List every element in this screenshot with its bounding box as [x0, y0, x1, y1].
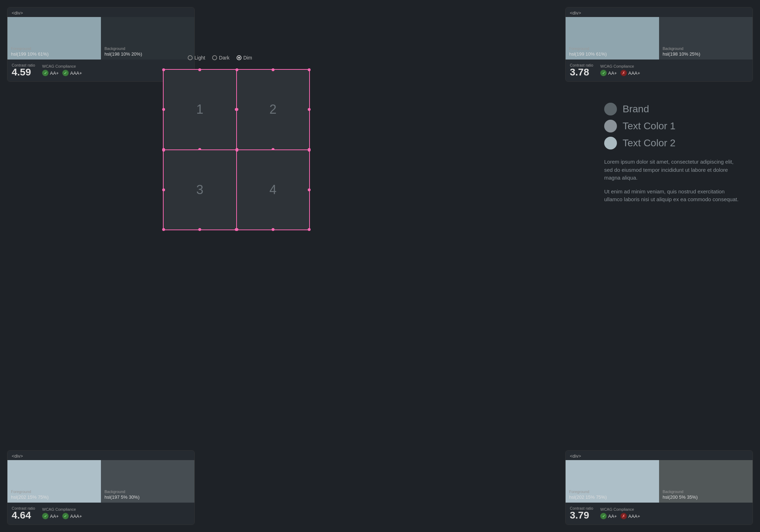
handle-tr-2[interactable] — [308, 68, 311, 71]
color-swatches-bl: Foreground hsl(202 15% 75%) Background h… — [7, 460, 194, 503]
aa-badge-tl: ✓ AA+ — [42, 70, 59, 76]
wcag-badges-tr: ✓ AA+ ✗ AAA+ — [600, 70, 640, 76]
background-swatch-tl: Background hsl(198 10% 20%) — [101, 17, 194, 60]
aaa-pass-icon-tl: ✓ — [62, 70, 69, 76]
handle-bl-3[interactable] — [162, 228, 165, 231]
panel-bottom-left: <div> Foreground hsl(202 15% 75%) Backgr… — [7, 450, 195, 525]
contrast-ratio-tl: Contrast ratio 4.59 — [12, 63, 35, 77]
handle-mr-2[interactable] — [308, 108, 311, 111]
foreground-swatch-tl: Foreground hsl(199 10% 61%) — [7, 17, 101, 60]
aaa-badge-tl: ✓ AAA+ — [62, 70, 82, 76]
panel-bottom-right-tag: <div> — [566, 451, 753, 460]
radio-label-dark: Dark — [219, 55, 229, 61]
wcag-br: WCAG Compliance ✓ AA+ ✗ AAA+ — [600, 507, 640, 519]
handle-tr-4[interactable] — [308, 149, 311, 152]
aa-pass-icon-tl: ✓ — [42, 70, 49, 76]
right-info-panel: Brand Text Color 1 Text Color 2 Lorem ip… — [604, 103, 739, 209]
handle-bc-3[interactable] — [198, 228, 201, 231]
radio-circle-light — [188, 55, 193, 60]
wcag-tl: WCAG Compliance ✓ AA+ ✓ AAA+ — [42, 64, 82, 76]
radio-dark[interactable]: Dark — [212, 55, 229, 61]
contrast-ratio-bl: Contrast ratio 4.64 — [12, 506, 35, 520]
handle-tl-1[interactable] — [162, 68, 165, 71]
handle-bl-4[interactable] — [236, 228, 238, 231]
panel-top-right: <div> Foreground hsl(199 10% 61%) Backgr… — [565, 7, 753, 82]
aa-badge-bl: ✓ AA+ — [42, 513, 59, 519]
handle-tc-1[interactable] — [198, 68, 201, 71]
legend-item-text2: Text Color 2 — [604, 137, 739, 149]
grid-cell-1: 1 — [163, 69, 237, 150]
wcag-badges-bl: ✓ AA+ ✓ AAA+ — [42, 513, 82, 519]
radio-dim[interactable]: Dim — [237, 55, 252, 61]
background-swatch-bl: Background hsl(197 5% 30%) — [101, 460, 194, 503]
legend-item-text1: Text Color 1 — [604, 120, 739, 132]
brand-label: Brand — [623, 103, 649, 115]
grid-cell-3: 3 — [163, 150, 237, 230]
layout-grid: 1 2 3 4 — [163, 69, 310, 230]
color-legend: Brand Text Color 1 Text Color 2 — [604, 103, 739, 149]
cell-label-4: 4 — [270, 182, 277, 197]
foreground-swatch-tr: Foreground hsl(199 10% 61%) — [566, 17, 659, 60]
lorem-paragraph-1: Lorem ipsum dolor sit amet, consectetur … — [604, 158, 739, 182]
aaa-badge-tr: ✗ AAA+ — [620, 70, 640, 76]
color-swatches-top-left: Foreground hsl(199 10% 61%) Background h… — [7, 17, 194, 60]
handle-ml-3[interactable] — [162, 188, 165, 191]
wcag-bl: WCAG Compliance ✓ AA+ ✓ AAA+ — [42, 507, 82, 519]
aa-pass-icon-br: ✓ — [600, 513, 607, 519]
handle-bc-4[interactable] — [272, 228, 274, 231]
handle-ml-2[interactable] — [236, 108, 238, 111]
background-swatch-br: Background hsl(200 5% 35%) — [659, 460, 753, 503]
wcag-badges-tl: ✓ AA+ ✓ AAA+ — [42, 70, 82, 76]
legend-item-brand: Brand — [604, 103, 739, 115]
aa-badge-br: ✓ AA+ — [600, 513, 617, 519]
aaa-badge-bl: ✓ AAA+ — [62, 513, 82, 519]
handle-ml-1[interactable] — [162, 108, 165, 111]
cell-label-2: 2 — [270, 102, 277, 117]
panel-top-right-tag: <div> — [566, 7, 753, 17]
panel-bottom-right: <div> Foreground hsl(202 15% 75%) Backgr… — [565, 450, 753, 525]
handle-mr-4[interactable] — [308, 188, 311, 191]
aa-pass-icon-tr: ✓ — [600, 70, 607, 76]
radio-label-dim: Dim — [243, 55, 252, 61]
handle-tl-2[interactable] — [236, 68, 238, 71]
contrast-ratio-tr: Contrast ratio 3.78 — [570, 63, 593, 77]
radio-circle-dark — [212, 55, 217, 60]
aaa-pass-icon-bl: ✓ — [62, 513, 69, 519]
grid-cell-4: 4 — [237, 150, 310, 230]
theme-radio-group: Light Dark Dim — [188, 55, 252, 61]
wcag-tr: WCAG Compliance ✓ AA+ ✗ AAA+ — [600, 64, 640, 76]
lorem-paragraph-2: Ut enim ad minim veniam, quis nostrud ex… — [604, 188, 739, 204]
radio-circle-dim — [237, 55, 242, 60]
brand-dot — [604, 103, 617, 115]
foreground-swatch-bl: Foreground hsl(202 15% 75%) — [7, 460, 101, 503]
foreground-swatch-br: Foreground hsl(202 15% 75%) — [566, 460, 659, 503]
color-swatches-br: Foreground hsl(202 15% 75%) Background h… — [566, 460, 753, 503]
handle-br-4[interactable] — [308, 228, 311, 231]
text-color-1-dot — [604, 120, 617, 132]
handle-tl-3[interactable] — [162, 149, 165, 152]
wcag-badges-br: ✓ AA+ ✗ AAA+ — [600, 513, 640, 519]
text-color-1-label: Text Color 1 — [623, 120, 675, 132]
panel-bottom-left-tag: <div> — [7, 451, 194, 460]
handle-tl-4[interactable] — [236, 149, 238, 152]
aa-pass-icon-bl: ✓ — [42, 513, 49, 519]
panel-stats-tr: Contrast ratio 3.78 WCAG Compliance ✓ AA… — [566, 60, 753, 81]
radio-light[interactable]: Light — [188, 55, 205, 61]
cell-label-3: 3 — [196, 182, 203, 197]
text-color-2-label: Text Color 2 — [623, 137, 675, 149]
handle-tc-2[interactable] — [272, 68, 274, 71]
background-swatch-tr: Background hsl(198 10% 25%) — [659, 17, 753, 60]
radio-label-light: Light — [194, 55, 205, 61]
aaa-fail-icon-br: ✗ — [620, 513, 627, 519]
aaa-fail-icon-tr: ✗ — [620, 70, 627, 76]
panel-stats-bl: Contrast ratio 4.64 WCAG Compliance ✓ AA… — [7, 503, 194, 525]
cell-label-1: 1 — [196, 102, 203, 117]
aaa-badge-br: ✗ AAA+ — [620, 513, 640, 519]
aa-badge-tr: ✓ AA+ — [600, 70, 617, 76]
contrast-ratio-br: Contrast ratio 3.79 — [570, 506, 593, 520]
grid-cell-2: 2 — [237, 69, 310, 150]
text-color-2-dot — [604, 137, 617, 149]
panel-stats-br: Contrast ratio 3.79 WCAG Compliance ✓ AA… — [566, 503, 753, 525]
color-swatches-tr: Foreground hsl(199 10% 61%) Background h… — [566, 17, 753, 60]
panel-top-left-tag: <div> — [7, 7, 194, 17]
